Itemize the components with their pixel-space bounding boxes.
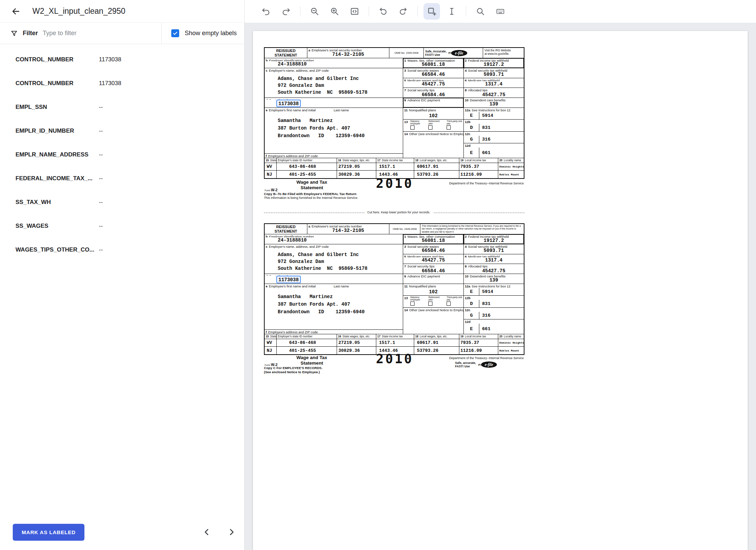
label-value: 1173038 [99, 56, 121, 73]
box-10-dependent-care: 10Dependent care benefits 139 [464, 274, 524, 284]
box-1-wages: 1Wages, tips, other compensation 56081.1… [403, 58, 464, 68]
filter-icon [10, 30, 18, 37]
cut-here-text: Cut here. Keep lower portion for your re… [365, 211, 433, 214]
label-name: EMPL_SSN [16, 104, 99, 120]
labels-panel: W2_XL_input_clean_2950 Filter Show empty… [0, 0, 245, 550]
rotate-left-button[interactable] [375, 3, 391, 20]
document-page: REISSUEDSTATEMENT aEmployee's social sec… [253, 31, 748, 550]
label-row[interactable]: EMPL_SSN-- [0, 96, 244, 120]
form-title: Wage and TaxStatement [292, 180, 332, 191]
toolbar-separator [300, 6, 300, 17]
box-5-medicare-wages: 5Medicare wages and tips45427.75 [403, 78, 463, 88]
box-12d: 12d E661 [464, 319, 524, 334]
crop-plus-icon [427, 7, 436, 16]
back-button[interactable] [9, 4, 23, 18]
label-value: -- [99, 104, 103, 120]
label-row[interactable]: SS_TAX_WH-- [0, 192, 244, 215]
box-10-dependent-care: 10Dependent care benefits 139 [464, 98, 524, 108]
ssn-value: 714-32-2105 [332, 228, 364, 234]
show-empty-label: Show empty labels [185, 30, 237, 37]
box-12a: 12aSee instructions for box 12 E5914 [464, 284, 524, 296]
mark-as-labeled-button[interactable]: MARK AS LABELED [13, 524, 84, 541]
copy-line: Copy C For EMPLOYEE'S RECORDS. [264, 366, 323, 370]
text-select-button[interactable] [443, 3, 460, 20]
box-11-nonqualified: 11Nonqualified plans102 [403, 284, 463, 296]
box-d-control-number: dControl number 1173038 [265, 98, 403, 108]
zoom-out-button[interactable] [306, 3, 323, 20]
zoom-in-icon [330, 7, 339, 16]
zoom-in-button[interactable] [326, 3, 343, 20]
crop-annotate-button[interactable] [423, 3, 440, 20]
box-4-ss-tax: 4Social security tax withheld5093.71 [464, 68, 524, 78]
box-14-other: 14Other (see enclosed Notice to Employee… [403, 308, 463, 334]
check-icon [172, 30, 178, 36]
box-12a: 12aSee instructions for box 12 E5914 [464, 108, 524, 120]
w2-footer-copy-b: Form W-2 Wage and TaxStatement 2010 Depa… [264, 179, 524, 203]
box-a-ssn: aEmployee's social security number 714-3… [307, 48, 389, 58]
efile-logo: IRSe-file [478, 361, 497, 368]
undo-button[interactable] [258, 3, 274, 20]
toolbar-separator [466, 6, 466, 17]
chevron-right-icon [226, 527, 237, 537]
control-number-value: 1173038 [278, 277, 299, 283]
box-d-control-number: dControl number 1173038 [265, 274, 403, 284]
control-number-annotation[interactable]: 1173038 [276, 100, 301, 107]
label-value: -- [99, 246, 103, 263]
control-number-annotation[interactable]: 1173038 [276, 276, 301, 283]
statutory-employee-checkbox [410, 302, 415, 306]
label-name: CONTROL_NUMBER [16, 56, 99, 73]
keyboard-shortcuts-button[interactable] [492, 3, 509, 20]
box-13-checkboxes: 13 Statutory employee Retirement plan Th… [403, 120, 463, 132]
document-canvas[interactable]: REISSUEDSTATEMENT aEmployee's social sec… [245, 23, 756, 550]
label-row[interactable]: WAGES_TIPS_OTHER_CO...-- [0, 239, 244, 263]
label-value: -- [99, 199, 103, 215]
ein-value: 24-3188810 [265, 61, 403, 68]
prev-document-button[interactable] [200, 525, 214, 539]
reissued-statement: REISSUEDSTATEMENT [265, 48, 307, 58]
label-row[interactable]: EMPLR_NAME_ADDRESS-- [0, 144, 244, 168]
toolbar-separator [369, 6, 369, 17]
next-document-button[interactable] [224, 525, 239, 539]
document-title: W2_XL_input_clean_2950 [32, 7, 125, 16]
label-value: -- [99, 128, 103, 144]
employee-name: Samantha Martinez [278, 117, 403, 124]
label-value: -- [99, 151, 103, 168]
filter-label: Filter [23, 30, 38, 37]
filter-right: Show empty labels [161, 23, 244, 44]
box-3-ss-wages: 3Social security wages66584.46 [403, 68, 463, 78]
label-name: WAGES_TIPS_OTHER_CO... [16, 246, 99, 263]
tax-year: 2010 [376, 352, 413, 366]
state-header-20: 20Locality name [498, 334, 524, 339]
control-number-value: 1173038 [278, 101, 299, 106]
safe-accurate-block: Safe, accurate,FAST! Use IRSe-file [455, 361, 497, 368]
form-title: Wage and TaxStatement [292, 355, 332, 366]
box-1-wages: 1Wages, tips, other compensation 56081.1… [403, 234, 464, 244]
box-2-federal-tax: 2Federal income tax withheld 19127.2 [464, 234, 524, 244]
show-empty-checkbox[interactable] [171, 29, 179, 37]
chevron-left-icon [202, 527, 212, 537]
rotate-right-button[interactable] [395, 3, 411, 20]
box-8-allocated-tips: 8Allocated tips45427.75 [464, 88, 524, 98]
label-row[interactable]: CONTROL_NUMBER1173038 [0, 49, 244, 73]
rotate-right-icon [399, 7, 408, 16]
box-4-ss-tax: 4Social security tax withheld5093.71 [464, 244, 524, 254]
box-14-other: 14Other (see enclosed Notice to Employee… [403, 132, 463, 158]
state-header-16: 16State wages, tips, etc. [337, 158, 376, 163]
box-9-advance-eic: 9Advance EIC payment [403, 98, 464, 108]
box-12c: 12c G316 [464, 132, 524, 143]
w2-copy-c: REISSUEDSTATEMENT aEmployee's social sec… [264, 223, 748, 382]
panel-header: W2_XL_input_clean_2950 [0, 0, 244, 23]
filter-input[interactable] [43, 30, 161, 37]
state-row: WV 643-86-468 27219.05 1517.1 69617.91 7… [265, 163, 524, 171]
state-header-15: 15State [265, 334, 277, 339]
box-f-address-label: fEmployee's address and ZIP code [265, 329, 403, 334]
label-row[interactable]: CONTROL_NUMBER1173038 [0, 73, 244, 96]
label-row[interactable]: FEDERAL_INCOME_TAX_...-- [0, 168, 244, 192]
redo-button[interactable] [278, 3, 294, 20]
code-view-button[interactable] [346, 3, 363, 20]
label-row[interactable]: EMPLR_ID_NUMBER-- [0, 120, 244, 144]
box-b-ein: bEmployer identification number 24-31888… [265, 234, 403, 244]
label-row[interactable]: SS_WAGES-- [0, 215, 244, 239]
search-button[interactable] [472, 3, 489, 20]
label-name: FEDERAL_INCOME_TAX_... [16, 175, 99, 192]
